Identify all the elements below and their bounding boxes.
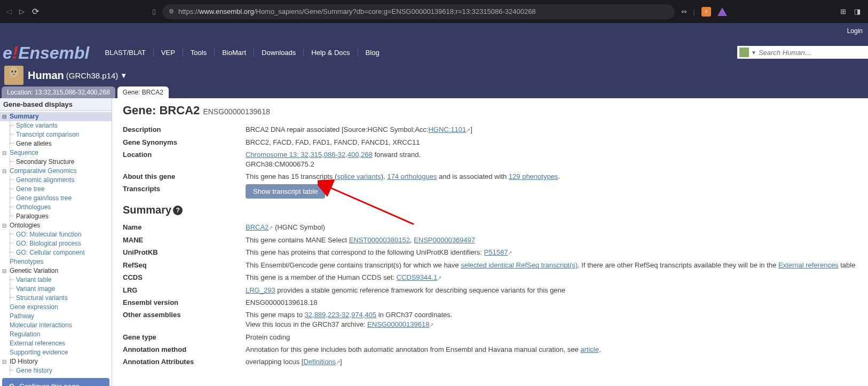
label-otherasm: Other assemblies: [123, 310, 246, 330]
sidebar-item-go-cellular[interactable]: GO: Cellular component: [0, 248, 112, 257]
label-uniprot: UniProtKB: [123, 248, 246, 258]
page-title: Gene: BRCA2 ENSG00000139618: [123, 104, 857, 117]
sidebar-item-paralogues[interactable]: Paralogues: [0, 212, 112, 221]
sidebar-item-id-history[interactable]: ID History: [0, 357, 112, 366]
help-icon[interactable]: ?: [173, 206, 183, 215]
link-hgnc[interactable]: HGNC:1101: [428, 125, 470, 133]
brave-shield-icon[interactable]: 2: [701, 7, 711, 17]
sidebar-item-genetic-variation[interactable]: Genetic Variation: [0, 266, 112, 275]
link-lrg[interactable]: LRG_293: [246, 286, 275, 294]
site-settings-icon[interactable]: ⚙: [169, 8, 174, 15]
configure-page-button[interactable]: ⚙ Configure this page: [2, 378, 109, 386]
ensembl-logo[interactable]: e!Ensembl: [0, 42, 98, 63]
nav-blast[interactable]: BLAST/BLAT: [98, 49, 153, 57]
sidebar-item-variant-image[interactable]: Variant image: [0, 285, 112, 294]
sidebar-item-external-references[interactable]: External references: [0, 339, 112, 348]
login-link[interactable]: Login: [847, 27, 863, 35]
url-text: https://www.ensembl.org/Homo_sapiens/Gen…: [178, 7, 536, 15]
main-nav: BLAST/BLAT VEP Tools BioMart Downloads H…: [98, 49, 387, 57]
link-external-refs[interactable]: External references: [778, 261, 839, 269]
label-about: About this gene: [123, 172, 246, 182]
nav-biomart[interactable]: BioMart: [214, 49, 254, 57]
value-refseq: This Ensembl/Gencode gene contains trans…: [246, 261, 857, 270]
sidebar-item-go-biological[interactable]: GO: Biological process: [0, 239, 112, 248]
species-name[interactable]: Human: [28, 69, 64, 82]
link-article[interactable]: article: [580, 345, 599, 353]
forward-button[interactable]: ▷: [18, 8, 26, 15]
show-transcript-table-button[interactable]: Show transcript table: [246, 184, 325, 199]
tab-bar: Location: 13:32,315,086-32,400,268 Gene:…: [0, 85, 868, 98]
link-chromosome[interactable]: Chromosome 13: 32,315,086-32,400,268: [246, 151, 373, 159]
sidebar-item-ontologies[interactable]: Ontologies: [0, 221, 112, 230]
sidebar-item-molecular-interactions[interactable]: Molecular interactions: [0, 321, 112, 330]
value-name: BRCA2 (HGNC Symbol): [246, 223, 857, 233]
sidebar-toggle-icon[interactable]: ◨: [854, 7, 863, 16]
link-splice-variants[interactable]: splice variants: [337, 172, 381, 180]
tab-gene[interactable]: Gene: BRCA2: [117, 86, 169, 98]
reload-button[interactable]: ⟳: [32, 6, 39, 17]
svg-point-2: [15, 70, 17, 73]
link-mane-ensp[interactable]: ENSP00000369497: [414, 236, 475, 244]
value-ccds: This gene is a member of the Human CCDS …: [246, 273, 857, 283]
nav-vep[interactable]: VEP: [153, 49, 183, 57]
sidebar-item-gene-expression[interactable]: Gene expression: [0, 303, 112, 312]
sidebar-item-summary[interactable]: Summary: [0, 112, 112, 121]
sidebar-item-secondary-structure[interactable]: Secondary Structure: [0, 157, 112, 167]
main-panel: Gene: BRCA2 ENSG00000139618 Description …: [112, 98, 868, 386]
label-transcripts: Transcripts: [123, 184, 246, 199]
sidebar-item-gene-alleles[interactable]: Gene alleles: [0, 139, 112, 148]
label-annmethod: Annotation method: [123, 345, 246, 355]
top-bar: Login: [0, 23, 868, 39]
value-description: BRCA2 DNA repair associated [Source:HGNC…: [246, 125, 857, 135]
species-dropdown-icon[interactable]: ▼: [120, 72, 127, 80]
search-box: ▼: [737, 46, 868, 59]
link-mane-enst[interactable]: ENST00000380152: [349, 236, 410, 244]
nav-blog[interactable]: Blog: [358, 49, 387, 57]
sidebar-item-gene-tree[interactable]: Gene tree: [0, 185, 112, 194]
link-grch37-archive[interactable]: ENSG00000139618: [367, 320, 433, 328]
tab-location[interactable]: Location: 13:32,315,086-32,400,268: [2, 86, 115, 98]
sidebar-item-comparative-genomics[interactable]: Comparative Genomics: [0, 167, 112, 176]
nav-tools[interactable]: Tools: [183, 49, 214, 57]
share-icon[interactable]: ⇔: [681, 7, 687, 15]
link-definitions[interactable]: Definitions: [303, 358, 340, 366]
browser-toolbar: ◁ ▷ ⟳ ▯ ⚙ https://www.ensembl.org/Homo_s…: [0, 0, 868, 23]
sidebar-item-transcript-comparison[interactable]: Transcript comparison: [0, 130, 112, 139]
link-uniprot[interactable]: P51587: [484, 248, 512, 256]
sidebar-item-phenotypes[interactable]: Phenotypes: [0, 257, 112, 266]
main-header: e!Ensembl BLAST/BLAT VEP Tools BioMart D…: [0, 39, 868, 66]
sidebar-item-regulation[interactable]: Regulation: [0, 330, 112, 339]
nav-help[interactable]: Help & Docs: [303, 49, 357, 57]
link-refseq-identical[interactable]: selected identical RefSeq transcript(s): [461, 261, 578, 269]
label-mane: MANE: [123, 235, 246, 245]
sidebar: Gene-based displays Summary Splice varia…: [0, 98, 112, 386]
link-grch37-coords[interactable]: 32,889,223-32,974,405: [305, 311, 376, 319]
back-button[interactable]: ◁: [5, 8, 13, 15]
bookmark-button[interactable]: ▯: [152, 7, 156, 15]
sidebar-item-splice[interactable]: Splice variants: [0, 121, 112, 130]
search-input[interactable]: [759, 49, 866, 57]
sidebar-item-gene-history[interactable]: Gene history: [0, 366, 112, 375]
sidebar-item-variant-table[interactable]: Variant table: [0, 275, 112, 285]
sidebar-item-gain-loss-tree[interactable]: Gene gain/loss tree: [0, 194, 112, 203]
label-ccds: CCDS: [123, 273, 246, 283]
value-synonyms: BRCC2, FACD, FAD, FAD1, FANCD, FANCD1, X…: [246, 138, 857, 147]
sidebar-item-supporting-evidence[interactable]: Supporting evidence: [0, 348, 112, 357]
sidebar-item-pathway[interactable]: Pathway: [0, 312, 112, 321]
sidebar-item-genomic-alignments[interactable]: Genomic alignments: [0, 176, 112, 185]
link-phenotypes[interactable]: 129 phenotypes: [509, 172, 558, 180]
extensions-icon[interactable]: ⊞: [840, 7, 849, 16]
url-bar[interactable]: ⚙ https://www.ensembl.org/Homo_sapiens/G…: [162, 4, 675, 19]
sidebar-item-sequence[interactable]: Sequence: [0, 148, 112, 157]
nav-downloads[interactable]: Downloads: [254, 49, 303, 57]
sidebar-item-orthologues[interactable]: Orthologues: [0, 203, 112, 212]
sidebar-item-go-molecular[interactable]: GO: Molecular function: [0, 230, 112, 239]
brave-rewards-icon[interactable]: [717, 7, 727, 16]
search-dropdown-icon[interactable]: ▼: [751, 50, 756, 56]
sidebar-item-structural-variants[interactable]: Structural variants: [0, 294, 112, 303]
value-lrg: LRG_293 provides a stable genomic refere…: [246, 286, 857, 295]
label-description: Description: [123, 125, 246, 135]
link-orthologues[interactable]: 174 orthologues: [387, 172, 437, 180]
link-ccds[interactable]: CCDS9344.1: [397, 273, 442, 281]
link-brca2-name[interactable]: BRCA2: [246, 223, 273, 231]
